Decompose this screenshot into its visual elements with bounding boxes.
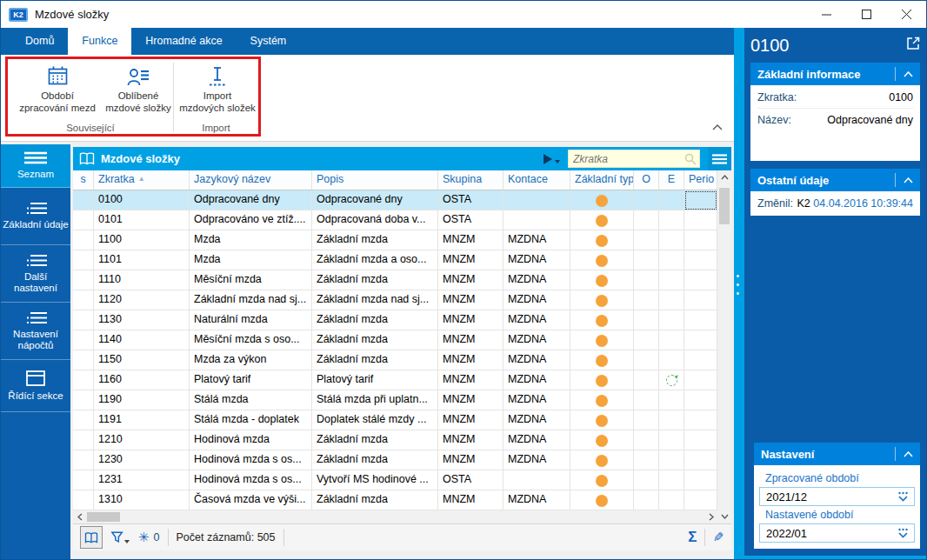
cell-kontace[interactable] (504, 470, 570, 490)
book-view-toggle[interactable] (80, 526, 103, 549)
cell-kontace[interactable]: MZDNA (504, 270, 570, 290)
cell-skupina[interactable]: MNZM (438, 350, 504, 370)
cell-o[interactable] (634, 310, 659, 330)
cell-nazev[interactable]: Naturální mzda (190, 310, 312, 330)
cell-zkratka[interactable]: 0100 (94, 190, 190, 210)
column-header-popis[interactable]: Popis (312, 170, 438, 190)
table-row[interactable]: 1110Měsíční mzdaZákladní mzdaMNZMMZDNA (73, 270, 717, 290)
cell-typ[interactable] (570, 490, 634, 510)
cell-peri[interactable] (684, 230, 717, 250)
cell-kontace[interactable]: MZDNA (504, 410, 570, 430)
cell-popis[interactable]: Vytvoří MS hodinové ... (312, 470, 438, 490)
cell-s[interactable] (73, 330, 94, 350)
cell-o[interactable] (634, 470, 659, 490)
cell-o[interactable] (634, 410, 659, 430)
cell-popis[interactable]: Základní mzda a oso... (312, 250, 438, 270)
cell-o[interactable] (634, 450, 659, 470)
import-mzdovych-slozek-button[interactable]: Import mzdových složek (177, 62, 258, 114)
cell-skupina[interactable]: MNZM (438, 430, 504, 450)
table-row[interactable]: 1150Mzda za výkonZákladní mzdaMNZMMZDNA (73, 350, 717, 370)
cell-o[interactable] (634, 430, 659, 450)
cell-kontace[interactable]: MZDNA (504, 490, 570, 510)
cell-peri[interactable] (684, 390, 717, 410)
cell-skupina[interactable]: OSTA (438, 190, 504, 210)
cell-o[interactable] (634, 330, 659, 350)
cell-o[interactable] (634, 190, 659, 210)
cell-zkratka[interactable]: 1120 (94, 290, 190, 310)
cell-o[interactable] (634, 250, 659, 270)
cell-peri[interactable] (684, 490, 717, 510)
cell-s[interactable] (73, 250, 94, 270)
scroll-left-button[interactable] (73, 510, 86, 523)
cell-typ[interactable] (570, 450, 634, 470)
cell-zkratka[interactable]: 1210 (94, 430, 190, 450)
cell-zkratka[interactable]: 1150 (94, 350, 190, 370)
cell-typ[interactable] (570, 290, 634, 310)
cell-e[interactable] (659, 490, 684, 510)
cell-e[interactable] (659, 290, 684, 310)
cell-peri[interactable] (684, 270, 717, 290)
cell-zkratka[interactable]: 1110 (94, 270, 190, 290)
cell-e[interactable] (659, 250, 684, 270)
cell-nazev[interactable]: Stálá mzda (190, 390, 312, 410)
cell-zkratka[interactable]: 1310 (94, 490, 190, 510)
collapse-section-button[interactable] (895, 67, 913, 81)
cell-e[interactable] (659, 210, 684, 230)
cell-typ[interactable] (570, 230, 634, 250)
sidebar-item-nastaveni-napoctu[interactable]: Nastavení nápočtů (1, 303, 70, 360)
cell-s[interactable] (73, 350, 94, 370)
cell-nazev[interactable]: Měsíční mzda s oso... (190, 330, 312, 350)
cell-nazev[interactable]: Mzda (190, 230, 312, 250)
sum-button[interactable]: Σ (688, 529, 697, 546)
cell-e[interactable] (659, 310, 684, 330)
horizontal-scrollbar[interactable] (73, 510, 717, 523)
cell-zkratka[interactable]: 0101 (94, 210, 190, 230)
cell-typ[interactable] (570, 250, 634, 270)
cell-typ[interactable] (570, 330, 634, 350)
cell-popis[interactable]: Odpracované dny (312, 190, 438, 210)
cell-typ[interactable] (570, 470, 634, 490)
cell-skupina[interactable]: MNZM (438, 250, 504, 270)
cell-peri[interactable] (684, 470, 717, 490)
column-header-nazev[interactable]: Jazykový název (190, 170, 312, 190)
cell-s[interactable] (73, 210, 94, 230)
cell-peri[interactable] (684, 210, 717, 230)
cell-popis[interactable]: Základní mzda (312, 450, 438, 470)
cell-peri[interactable] (684, 190, 717, 210)
sidebar-item-dalsi-nastaveni[interactable]: Další nastavení (1, 245, 70, 303)
table-row[interactable]: 1231Hodinová mzda s os...Vytvoří MS hodi… (73, 470, 717, 490)
cell-popis[interactable]: Platový tarif (312, 370, 438, 390)
cell-o[interactable] (634, 390, 659, 410)
cell-popis[interactable]: Základní mzda (312, 330, 438, 350)
table-row[interactable]: 1100MzdaZákladní mzdaMNZMMZDNA (73, 230, 717, 250)
table-row[interactable]: 1140Měsíční mzda s oso...Základní mzdaMN… (73, 330, 717, 350)
frozen-filter-indicator[interactable]: ✳ 0 (138, 530, 160, 545)
cell-zkratka[interactable]: 1231 (94, 470, 190, 490)
cell-zkratka[interactable]: 1191 (94, 410, 190, 430)
cell-skupina[interactable]: OSTA (438, 470, 504, 490)
table-row[interactable]: 0100Odpracované dnyOdpracované dnyOSTA (73, 190, 717, 210)
collapse-section-button[interactable] (895, 173, 913, 187)
cell-peri[interactable] (684, 410, 717, 430)
collapse-ribbon-button[interactable] (712, 118, 723, 134)
cell-typ[interactable] (570, 310, 634, 330)
scroll-down-button[interactable] (717, 510, 731, 523)
cell-kontace[interactable]: MZDNA (504, 390, 570, 410)
section-header[interactable]: Ostatní údaje (750, 169, 920, 191)
cell-popis[interactable]: Stálá mzda při uplatn... (312, 390, 438, 410)
sidebar-item-seznam[interactable]: Seznam (1, 144, 70, 188)
cell-e[interactable] (659, 470, 684, 490)
cell-e[interactable] (659, 370, 684, 390)
cell-peri[interactable] (684, 370, 717, 390)
cell-peri[interactable] (684, 330, 717, 350)
dropdown-dots-icon[interactable] (897, 491, 910, 503)
cell-o[interactable] (634, 210, 659, 230)
table-row[interactable]: 1230Hodinová mzda s os...Základní mzdaMN… (73, 450, 717, 470)
cell-skupina[interactable]: MNZM (438, 330, 504, 350)
cell-popis[interactable]: Odpracovaná doba v... (312, 210, 438, 230)
obdobi-zpracovani-mezd-button[interactable]: Období zpracování mezd (11, 62, 103, 114)
cell-e[interactable] (659, 270, 684, 290)
cell-nazev[interactable]: Odpracováno ve ztíž.... (190, 210, 312, 230)
cell-peri[interactable] (684, 430, 717, 450)
table-row[interactable]: 1101MzdaZákladní mzda a oso...MNZMMZDNA (73, 250, 717, 270)
